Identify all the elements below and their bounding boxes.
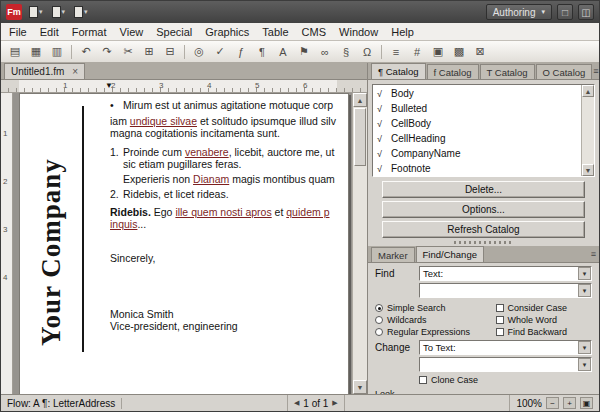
open-document-button[interactable]: ▾ (50, 5, 68, 19)
change-scope-select[interactable]: To Text: ▾ (419, 340, 592, 355)
zoom-fit-icon[interactable]: ▣ (580, 397, 593, 409)
document-line[interactable]: 1.Proinde cum venabere, licebit, auctore… (110, 146, 349, 158)
radio-regular-expressions[interactable]: Regular Expressions (375, 326, 496, 337)
find-icon[interactable]: ◎ (189, 43, 209, 61)
scroll-up-icon[interactable]: ▲ (353, 93, 367, 107)
list-item[interactable]: √CompanyName (373, 146, 581, 161)
zoom-out-icon[interactable]: − (546, 397, 559, 409)
scrollbar-thumb[interactable] (354, 108, 366, 166)
tab-table-catalog[interactable]: T Catalog (480, 64, 535, 79)
document-line[interactable]: Ridebis. Ego ille quem nosti apros et qu… (110, 206, 349, 218)
new-document-button[interactable]: ▾ (27, 5, 45, 19)
character-designer-icon[interactable]: ƒ (231, 43, 251, 61)
next-page-icon[interactable]: ▶ (332, 399, 337, 407)
chevron-down-icon[interactable]: ▾ (578, 284, 591, 297)
menu-file[interactable]: File (9, 26, 27, 38)
marker-icon[interactable]: ⚑ (294, 43, 314, 61)
cut-icon[interactable]: ✂ (118, 43, 138, 61)
document-line[interactable]: Sincerely, (110, 252, 349, 264)
print-icon[interactable]: ▥ (47, 43, 67, 61)
grid-icon[interactable]: ⊠ (470, 43, 490, 61)
image-icon[interactable]: ▩ (449, 43, 469, 61)
save-document-button[interactable]: ▾ (72, 5, 90, 19)
previous-page-icon[interactable]: ◀ (294, 399, 299, 407)
radio-wildcards[interactable]: Wildcards (375, 314, 496, 325)
vertical-scrollbar[interactable]: ▲ ▼ (352, 93, 367, 394)
save-icon[interactable]: ▦ (26, 43, 46, 61)
paste-icon[interactable]: ⊟ (160, 43, 180, 61)
anchored-frame-icon[interactable]: ▣ (428, 43, 448, 61)
chevron-down-icon[interactable]: ▾ (578, 358, 591, 371)
scrollbar-track[interactable] (353, 167, 367, 380)
scroll-down-icon[interactable]: ▼ (582, 164, 594, 176)
menu-window[interactable]: Window (339, 26, 378, 38)
zoom-level-label[interactable]: 100% (516, 398, 542, 409)
letterhead-company-name[interactable]: Your Company (36, 158, 67, 346)
scroll-up-icon[interactable]: ▲ (582, 85, 594, 97)
list-item[interactable]: √CellHeading (373, 131, 581, 146)
scroll-down-icon[interactable]: ▼ (353, 380, 367, 394)
document-canvas[interactable]: Your Company •Mirum est ut animus agitat… (13, 93, 352, 394)
panel-menu-icon[interactable]: ≡ (593, 66, 598, 76)
open-icon[interactable]: ▤ (5, 43, 25, 61)
menu-view[interactable]: View (120, 26, 144, 38)
change-text-input[interactable]: ▾ (419, 357, 592, 372)
menu-graphics[interactable]: Graphics (205, 26, 249, 38)
indent-marker-icon[interactable]: ▼ (105, 81, 113, 90)
find-scope-select[interactable]: Text: ▾ (419, 266, 592, 281)
document-line[interactable]: magna cogitationis incitamenta sunt. (110, 127, 349, 139)
close-icon[interactable]: × (72, 66, 78, 77)
document-line[interactable]: Experieris non Dianam magis montibus qua… (110, 173, 349, 185)
paragraph-designer-icon[interactable]: ¶ (252, 43, 272, 61)
document-line[interactable]: sic etiam pugillares feras. (110, 158, 349, 170)
list-item[interactable]: √CellBody (373, 116, 581, 131)
document-line[interactable]: 2.Ridebis, et licet rideas. (110, 188, 349, 200)
redo-icon[interactable]: ↷ (97, 43, 117, 61)
catalog-scrollbar[interactable]: ▲ ▼ (581, 85, 594, 176)
menu-help[interactable]: Help (391, 26, 414, 38)
document-line[interactable]: inquis... (110, 218, 349, 230)
menu-cms[interactable]: CMS (302, 26, 326, 38)
list-item[interactable]: √Footnote (373, 161, 581, 176)
tab-find-change[interactable]: Find/Change (416, 246, 484, 262)
chevron-down-icon[interactable]: ▾ (578, 267, 591, 280)
tab-paragraph-catalog[interactable]: ¶ Catalog (371, 63, 426, 79)
document-page[interactable]: Your Company •Mirum est ut animus agitat… (19, 93, 349, 394)
workspace-mode-select[interactable]: Authoring ▾ (486, 4, 552, 20)
chevron-down-icon[interactable]: ▾ (578, 341, 591, 354)
hypertext-icon[interactable]: ∞ (315, 43, 335, 61)
delete-button[interactable]: Delete... (382, 181, 585, 198)
panel-toggle-icon[interactable]: ◫ (578, 4, 594, 20)
radio-simple-search[interactable]: Simple Search (375, 302, 496, 313)
checkbox-find-backward[interactable]: Find Backward (496, 326, 592, 337)
copy-icon[interactable]: ⊞ (139, 43, 159, 61)
checkbox-consider-case[interactable]: Consider Case (496, 302, 592, 313)
menu-table[interactable]: Table (262, 26, 288, 38)
workspace-switcher-icon[interactable]: □ (557, 4, 573, 20)
scrollbar-track[interactable] (582, 97, 594, 164)
menu-format[interactable]: Format (72, 26, 107, 38)
refresh-catalog-button[interactable]: Refresh Catalog (382, 221, 585, 238)
document-text-frame[interactable]: •Mirum est ut animus agitatione motuque … (110, 99, 349, 332)
zoom-in-icon[interactable]: + (563, 397, 576, 409)
list-item[interactable]: √Body (373, 86, 581, 101)
styles-icon[interactable]: A (273, 43, 293, 61)
menu-special[interactable]: Special (156, 26, 192, 38)
list-item[interactable]: √Bulleted (373, 101, 581, 116)
spelling-icon[interactable]: ✓ (210, 43, 230, 61)
align-icon[interactable]: ≡ (386, 43, 406, 61)
document-line[interactable]: Monica Smith (110, 308, 349, 320)
document-line[interactable]: iam undique silvae et solitudo ipsumque … (110, 115, 349, 127)
find-text-input[interactable]: ▾ (419, 283, 592, 298)
options-button[interactable]: Options... (382, 201, 585, 218)
tab-object-catalog[interactable]: O Catalog (536, 64, 593, 79)
menu-edit[interactable]: Edit (40, 26, 59, 38)
equation-icon[interactable]: Ω (357, 43, 377, 61)
tab-marker[interactable]: Marker (371, 247, 415, 262)
undo-icon[interactable]: ↶ (76, 43, 96, 61)
panel-splitter[interactable] (368, 239, 599, 246)
panel-menu-icon[interactable]: ≡ (591, 249, 596, 259)
checkbox-whole-word[interactable]: Whole Word (496, 314, 592, 325)
checkbox-clone-case[interactable]: Clone Case (419, 374, 478, 385)
document-line[interactable]: Vice-president, engineering (110, 320, 349, 332)
